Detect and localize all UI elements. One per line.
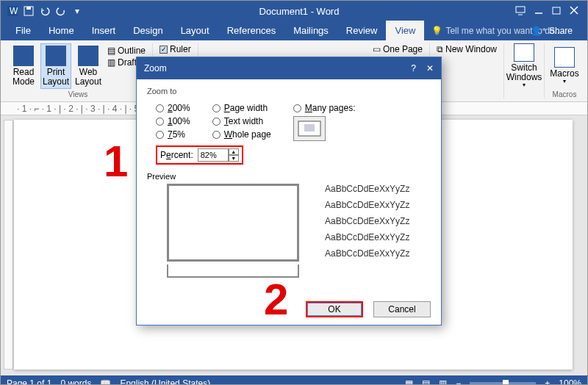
cancel-button[interactable]: Cancel: [373, 301, 431, 317]
new-window-icon: ⧉: [437, 44, 443, 54]
one-page-button[interactable]: ▭One Page: [370, 43, 425, 55]
one-page-icon: ▭: [373, 44, 381, 54]
print-layout-icon: [46, 46, 66, 66]
group-macros-label: Macros: [549, 90, 580, 98]
svg-rect-10: [304, 124, 315, 132]
view-readmode-icon[interactable]: ▦: [405, 378, 413, 385]
view-web-icon[interactable]: ▥: [439, 378, 447, 385]
share-icon: 👤⁺: [531, 26, 546, 36]
tab-design[interactable]: Design: [124, 21, 171, 40]
svg-rect-6: [553, 7, 560, 14]
spin-up-icon[interactable]: ▲: [229, 148, 239, 155]
group-views-label: Views: [8, 90, 148, 98]
word-icon: W: [7, 5, 18, 17]
outline-button[interactable]: ▤Outline: [105, 45, 148, 57]
undo-icon[interactable]: [39, 5, 51, 17]
titlebar: W ▾ Document1 - Word: [1, 1, 587, 21]
radio-200[interactable]: 200%: [156, 103, 190, 113]
tab-review[interactable]: Review: [337, 21, 387, 40]
status-language[interactable]: English (United States): [120, 378, 210, 385]
ok-button[interactable]: OK: [306, 301, 363, 317]
switch-windows-icon: [514, 43, 534, 62]
share-button[interactable]: 👤⁺ Share: [523, 21, 580, 40]
close-icon[interactable]: [570, 6, 578, 16]
redo-icon[interactable]: [55, 5, 67, 17]
switch-windows-button[interactable]: Switch Windows▾: [509, 43, 539, 89]
web-layout-icon: [78, 46, 98, 66]
tab-file[interactable]: File: [7, 21, 40, 40]
radio-page-width[interactable]: Page width: [212, 103, 271, 113]
many-pages-picker[interactable]: [293, 116, 326, 141]
minimize-icon[interactable]: [534, 6, 543, 16]
new-window-button[interactable]: ⧉New Window: [434, 43, 499, 55]
status-words[interactable]: 0 words: [60, 378, 91, 385]
callout-1: 1: [104, 136, 128, 187]
draft-icon: ▥: [107, 57, 115, 68]
help-icon[interactable]: ?: [411, 63, 416, 73]
macros-icon: [554, 47, 575, 68]
lightbulb-icon: 💡: [431, 26, 442, 36]
tab-mailings[interactable]: Mailings: [284, 21, 337, 40]
tab-view[interactable]: View: [386, 21, 424, 40]
dialog-title: Zoom: [144, 63, 167, 73]
zoom-slider[interactable]: [470, 382, 536, 385]
status-bar: Page 1 of 1 0 words 📖 English (United St…: [1, 375, 587, 385]
tab-insert[interactable]: Insert: [83, 21, 125, 40]
preview-label: Preview: [147, 172, 431, 181]
preview-text: AaBbCcDdEeXxYyZz AaBbCcDdEeXxYyZz AaBbCc…: [325, 184, 409, 287]
window-title: Document1 - Word: [83, 6, 515, 17]
tab-references[interactable]: References: [218, 21, 284, 40]
callout-2: 2: [264, 274, 288, 325]
preview-monitor: [156, 184, 310, 287]
percent-row: Percent: ▲ ▼: [156, 145, 243, 165]
radio-100[interactable]: 100%: [156, 116, 190, 126]
zoom-in-icon[interactable]: +: [545, 378, 550, 385]
percent-input[interactable]: [198, 148, 229, 162]
vertical-ruler[interactable]: [4, 120, 13, 370]
qat-dropdown-icon[interactable]: ▾: [71, 5, 83, 17]
svg-text:W: W: [10, 6, 18, 16]
zoom-level[interactable]: 100%: [559, 378, 581, 385]
ribbon-tabs: File Home Insert Design Layout Reference…: [1, 21, 587, 40]
proofing-icon[interactable]: 📖: [100, 378, 111, 385]
view-print-icon[interactable]: ▤: [422, 378, 430, 385]
ribbon-options-icon[interactable]: [515, 6, 526, 16]
radio-text-width[interactable]: Text width: [212, 116, 271, 126]
percent-label: Percent:: [160, 150, 193, 160]
status-page[interactable]: Page 1 of 1: [7, 378, 51, 385]
read-mode-button[interactable]: Read Mode: [8, 43, 39, 89]
radio-75[interactable]: 75%: [156, 129, 190, 140]
tab-layout[interactable]: Layout: [172, 21, 218, 40]
check-icon: ✓: [159, 46, 168, 54]
ruler-checkbox[interactable]: ✓Ruler: [157, 43, 193, 55]
radio-many-pages[interactable]: Many pages:: [293, 103, 356, 113]
read-mode-icon: [13, 46, 34, 66]
zoom-to-label: Zoom to: [147, 87, 431, 96]
tab-home[interactable]: Home: [40, 21, 83, 40]
dialog-close-icon[interactable]: ✕: [426, 63, 434, 73]
save-icon[interactable]: [23, 5, 35, 17]
macros-button[interactable]: Macros▾: [549, 43, 580, 89]
svg-rect-3: [26, 7, 31, 10]
radio-whole-page[interactable]: Whole page: [212, 129, 271, 140]
svg-rect-4: [516, 7, 525, 12]
maximize-icon[interactable]: [552, 6, 561, 16]
outline-icon: ▤: [107, 46, 115, 56]
print-layout-button[interactable]: Print Layout: [40, 43, 71, 89]
spin-down-icon[interactable]: ▼: [229, 155, 239, 162]
zoom-out-icon[interactable]: −: [456, 378, 461, 385]
web-layout-button[interactable]: Web Layout: [73, 43, 104, 89]
zoom-dialog: Zoom ? ✕ Zoom to 200% 100% 75% Page widt…: [136, 57, 442, 325]
